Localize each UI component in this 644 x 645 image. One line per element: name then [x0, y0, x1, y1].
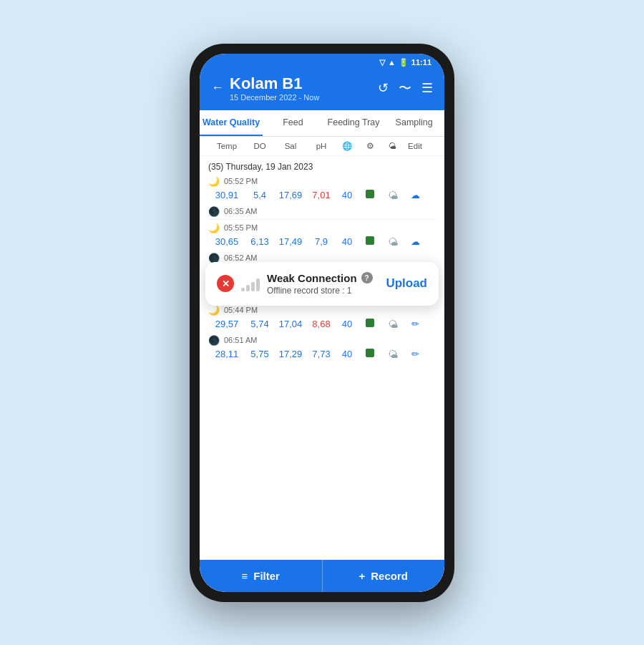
col-header-do: DO [245, 142, 274, 150]
tabs: Water Quality Feed Feeding Tray Sampling [200, 110, 444, 137]
ph-val: 8,68 [307, 319, 336, 329]
moon-icon: 🌙 [208, 305, 220, 316]
signal-bar-3 [251, 282, 255, 291]
filter-label: Filter [253, 570, 280, 582]
col-header-sal: Sal [274, 142, 307, 150]
tab-feeding-tray[interactable]: Feeding Tray [323, 110, 384, 136]
col-header-edit: Edit [404, 142, 426, 150]
signal-bar-2 [246, 285, 250, 291]
count-val: 40 [336, 190, 358, 200]
divider [208, 219, 436, 220]
bottom-bar: ≡ Filter + Record [200, 560, 444, 592]
filter-icon: ≡ [242, 570, 248, 582]
data-row: 30,65 6,13 17,49 7,9 40 🌤 ☁ [200, 234, 444, 251]
refresh-icon[interactable]: ↺ [378, 80, 389, 96]
time-row: 🌑 06:51 AM [200, 334, 444, 346]
time-label: 06:35 AM [224, 207, 257, 215]
signal-bars [241, 276, 260, 291]
header-subtitle: 15 December 2022 - Now [230, 93, 319, 102]
column-headers: Temp DO Sal pH 🌐 ⚙ 🌤 Edit [200, 137, 444, 156]
cloud-upload-icon[interactable]: ☁ [404, 190, 426, 200]
ph-val: 7,73 [307, 349, 336, 359]
temp-val: 29,57 [208, 319, 245, 329]
data-row: 30,91 5,4 17,69 7,01 40 🌤 ☁ [200, 188, 444, 205]
ph-val: 7,9 [307, 236, 336, 247]
do-val: 5,4 [245, 190, 274, 200]
cloud-upload-icon[interactable]: ☁ [404, 236, 426, 247]
dot-indicator [358, 190, 381, 200]
time-row: 🌙 05:55 PM [200, 221, 444, 234]
status-icons: ▽ ▲ 🔋 11:11 [379, 58, 431, 67]
weather-icon: 🌤 [381, 236, 404, 248]
moon-icon: 🌙 [208, 223, 220, 233]
header: ← Kolam B1 15 December 2022 - Now ↺ 〜 ☰ [200, 70, 444, 110]
header-actions: ↺ 〜 ☰ [378, 79, 433, 97]
tab-sampling[interactable]: Sampling [384, 110, 444, 136]
dot-indicator [358, 349, 381, 359]
col-header-temp: Temp [208, 142, 245, 150]
plus-icon: + [359, 570, 366, 582]
do-val: 6,13 [245, 236, 274, 247]
record-button[interactable]: + Record [323, 560, 445, 592]
banner-subtitle: Offline record store : 1 [267, 286, 379, 296]
signal-bar-4 [256, 278, 260, 291]
moon-icon: 🌙 [208, 176, 220, 187]
edit-icon[interactable]: ✏ [404, 349, 426, 359]
time-row: 🌑 06:35 AM [200, 205, 444, 218]
banner-title: Weak Connection ? [267, 272, 379, 284]
morning-icon: 🌑 [208, 206, 220, 217]
banner-text: Weak Connection ? Offline record store :… [267, 272, 379, 296]
sal-val: 17,04 [274, 319, 307, 329]
dot-indicator [358, 236, 381, 247]
count-val: 40 [336, 319, 358, 329]
close-error-icon[interactable]: ✕ [217, 275, 234, 292]
status-bar: ▽ ▲ 🔋 11:11 [200, 54, 444, 70]
col-header-globe: 🌐 [336, 141, 358, 151]
time-label: 05:44 PM [224, 306, 258, 314]
data-row: 28,11 5,75 17,29 7,73 40 🌤 ✏ [200, 346, 444, 364]
help-icon[interactable]: ? [361, 272, 373, 283]
weak-connection-banner: ✕ Weak Connection ? Offline record store… [205, 262, 439, 306]
col-header-weather: 🌤 [381, 142, 404, 150]
battery-icon: 🔋 [399, 58, 409, 67]
signal-bar-1 [241, 288, 245, 291]
time-label: 06:51 AM [224, 336, 257, 344]
col-header-gear: ⚙ [358, 141, 381, 151]
upload-button[interactable]: Upload [386, 276, 427, 291]
do-val: 5,75 [245, 349, 274, 359]
sal-val: 17,49 [274, 236, 307, 247]
chart-icon[interactable]: 〜 [399, 79, 411, 97]
back-button[interactable]: ← [211, 80, 224, 95]
header-title-group: Kolam B1 15 December 2022 - Now [230, 74, 319, 102]
header-left: ← Kolam B1 15 December 2022 - Now [211, 74, 319, 102]
time-label: 05:52 PM [224, 177, 258, 185]
filter-button[interactable]: ≡ Filter [200, 560, 323, 592]
weather-icon: 🌤 [381, 190, 404, 201]
day-header-1: (35) Thursday, 19 Jan 2023 [200, 156, 444, 175]
col-header-ph: pH [307, 142, 336, 150]
temp-val: 30,65 [208, 236, 245, 247]
tab-feed[interactable]: Feed [263, 110, 323, 136]
menu-icon[interactable]: ☰ [421, 80, 433, 96]
count-val: 40 [336, 349, 358, 359]
time-label: 06:52 AM [224, 253, 257, 262]
morning-icon: 🌑 [208, 335, 220, 346]
tab-water-quality[interactable]: Water Quality [200, 110, 263, 136]
do-val: 5,74 [245, 319, 274, 329]
sal-val: 17,29 [274, 349, 307, 359]
temp-val: 30,91 [208, 190, 245, 200]
weather-icon: 🌤 [381, 319, 404, 330]
time-display: 11:11 [411, 58, 431, 67]
time-label: 05:55 PM [224, 223, 258, 232]
sal-val: 17,69 [274, 190, 307, 200]
record-label: Record [371, 570, 408, 582]
phone-screen: ▽ ▲ 🔋 11:11 ← Kolam B1 15 December 2022 … [200, 54, 444, 592]
scroll-area[interactable]: (35) Thursday, 19 Jan 2023 🌙 05:52 PM 30… [200, 156, 444, 560]
edit-icon[interactable]: ✏ [404, 319, 426, 329]
count-val: 40 [336, 236, 358, 247]
time-row: 🌙 05:52 PM [200, 175, 444, 188]
data-row: 29,57 5,74 17,04 8,68 40 🌤 ✏ [200, 316, 444, 334]
temp-val: 28,11 [208, 349, 245, 359]
weather-icon: 🌤 [381, 349, 404, 360]
signal-icon: ▲ [388, 58, 396, 67]
